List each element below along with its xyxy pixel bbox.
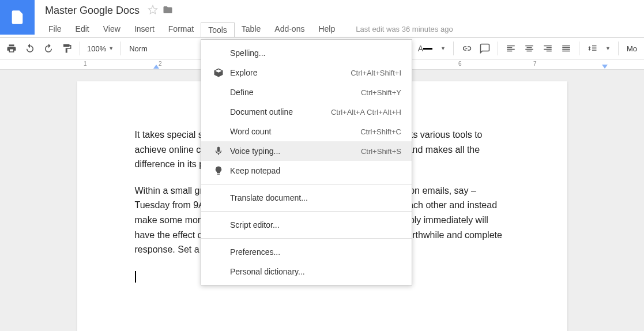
style-select[interactable]: Norm [125,44,152,53]
tools-menu-item[interactable]: Script editor... [201,215,412,235]
menu-help[interactable]: Help [311,22,342,36]
menu-item-label: Keep notepad [230,166,401,175]
ruler-mark: 7 [533,61,537,67]
menu-item-label: Explore [230,68,351,77]
line-spacing-button[interactable] [583,40,601,57]
more-button[interactable]: Mo [622,44,642,53]
menu-item-label: Translate document... [230,193,401,202]
ruler-indent-left[interactable] [153,65,159,69]
menu-item-label: Preferences... [230,247,401,257]
menu-item-label: Personal dictionary... [230,267,401,276]
menu-view[interactable]: View [96,22,127,36]
paint-format-button[interactable] [58,40,76,57]
explore-icon [212,67,225,78]
menu-item-shortcut: Ctrl+Alt+A Ctrl+Alt+H [331,108,401,116]
menu-format[interactable]: Format [161,22,201,36]
menu-separator [201,211,412,212]
menu-item-label: Word count [230,127,360,136]
align-right-button[interactable] [539,40,556,57]
menu-item-shortcut: Ctrl+Shift+C [360,127,401,136]
mic-icon [212,146,225,156]
menu-addons[interactable]: Add-ons [268,22,311,36]
align-justify-button[interactable] [558,40,575,57]
menu-item-label: Spelling... [230,48,401,58]
line-spacing-arrow[interactable]: ▼ [602,40,614,57]
tools-menu-item[interactable]: Keep notepad [201,161,412,180]
text-cursor [135,271,136,283]
tools-menu-item[interactable]: Translate document... [201,188,412,208]
menu-item-label: Define [230,88,361,97]
ruler-mark: 6 [458,61,462,67]
menu-item-shortcut: Ctrl+Shift+Y [361,88,401,97]
menu-item-label: Script editor... [230,220,401,230]
text-color-arrow[interactable]: ▼ [437,40,449,57]
star-icon[interactable] [148,5,158,17]
menu-table[interactable]: Table [235,22,268,36]
tools-menu-item[interactable]: Word countCtrl+Shift+C [201,122,412,141]
tools-menu-item[interactable]: ExploreCtrl+Alt+Shift+I [201,63,412,82]
menu-item-label: Document outline [230,107,331,116]
ruler-indent-right[interactable] [602,65,608,69]
undo-button[interactable] [21,40,39,57]
last-edit-text: Last edit was 36 minutes ago [356,25,453,33]
menu-tools[interactable]: Tools [201,22,235,37]
align-left-button[interactable] [502,40,519,57]
tools-menu-item[interactable]: Document outlineCtrl+Alt+A Ctrl+Alt+H [201,102,412,122]
menubar: File Edit View Insert Format Tools Table… [35,21,644,37]
tools-menu-item[interactable]: Voice typing...Ctrl+Shift+S [201,141,412,161]
docs-logo[interactable] [0,0,35,35]
menu-item-shortcut: Ctrl+Shift+S [361,147,401,156]
menu-item-label: Voice typing... [230,146,361,156]
comment-button[interactable] [476,40,494,57]
menu-file[interactable]: File [42,22,69,36]
tools-menu-item[interactable]: Spelling... [201,43,412,63]
folder-icon[interactable] [163,5,173,17]
link-button[interactable] [458,40,475,57]
menu-edit[interactable]: Edit [69,22,96,36]
print-button[interactable] [3,40,20,57]
redo-button[interactable] [40,40,57,57]
align-center-button[interactable] [521,40,538,57]
ruler-mark: 1 [84,61,87,67]
tools-menu-item[interactable]: Personal dictionary... [201,262,412,281]
menu-insert[interactable]: Insert [127,22,161,36]
tools-menu-item[interactable]: Preferences... [201,242,412,262]
tools-menu-item[interactable]: DefineCtrl+Shift+Y [201,82,412,102]
menu-item-shortcut: Ctrl+Alt+Shift+I [351,69,401,77]
tools-dropdown: Spelling...ExploreCtrl+Alt+Shift+IDefine… [201,39,412,285]
zoom-select[interactable]: 100%▼ [84,44,117,53]
text-color-button[interactable]: A [415,40,436,57]
menu-separator [201,238,412,239]
bulb-icon [212,166,225,176]
menu-separator [201,184,412,185]
doc-title[interactable]: Master Google Docs [42,5,143,17]
